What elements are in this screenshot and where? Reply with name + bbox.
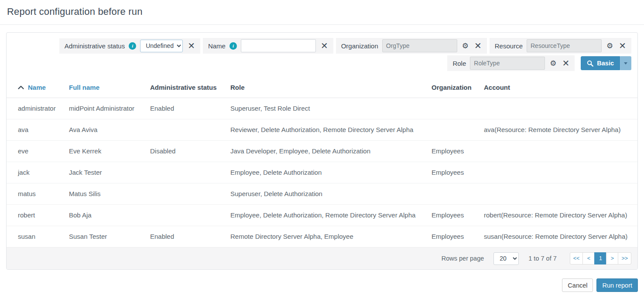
cell-admin_status: Disabled bbox=[150, 140, 230, 162]
cell-organization: Employees bbox=[432, 162, 484, 183]
admin-status-select[interactable]: Undefined bbox=[140, 40, 183, 52]
filter-bar: Administrative status i Undefined ✕ Name… bbox=[7, 33, 637, 77]
close-icon: ✕ bbox=[188, 41, 195, 50]
cell-admin_status bbox=[150, 119, 230, 140]
sort-asc-icon[interactable] bbox=[18, 85, 24, 89]
column-label-name[interactable]: Name bbox=[28, 84, 46, 91]
rows-per-page-select[interactable]: 20 bbox=[493, 252, 519, 265]
filter-organization-label: Organization bbox=[341, 42, 378, 50]
column-header-name[interactable]: Name bbox=[7, 77, 69, 98]
cell-role: Employee, Delete Authorization bbox=[230, 162, 432, 183]
filter-name-label: Name bbox=[208, 42, 226, 50]
caret-down-icon bbox=[624, 62, 627, 64]
filter-name: Name i ✕ bbox=[203, 38, 333, 54]
clear-name-button[interactable]: ✕ bbox=[320, 41, 329, 51]
info-icon[interactable]: i bbox=[230, 42, 237, 50]
cancel-button[interactable]: Cancel bbox=[562, 278, 593, 292]
filter-admin-status-label: Administrative status bbox=[65, 42, 125, 50]
info-icon[interactable]: i bbox=[129, 42, 136, 50]
report-config-panel: Administrative status i Undefined ✕ Name… bbox=[6, 32, 638, 270]
gear-icon: ⚙ bbox=[462, 42, 469, 50]
cell-role: Reviewer, Delete Authorization, Remote D… bbox=[230, 119, 432, 140]
table-header-row: NameFull nameAdministrative statusRoleOr… bbox=[7, 77, 637, 98]
prev-page-button[interactable]: < bbox=[582, 252, 595, 264]
table-row: susanSusan TesterEnabledRemote Directory… bbox=[7, 226, 637, 247]
table-row: administratormidPoint AdministratorEnabl… bbox=[7, 98, 637, 119]
search-mode-dropdown-button[interactable] bbox=[620, 56, 631, 70]
cell-organization: Employees bbox=[432, 204, 484, 226]
cell-admin_status bbox=[150, 204, 230, 226]
column-header-admin_status: Administrative status bbox=[150, 77, 230, 98]
clear-resource-button[interactable]: ✕ bbox=[618, 41, 627, 51]
results-table: NameFull nameAdministrative statusRoleOr… bbox=[7, 77, 637, 247]
cell-account: susan(Resource: Remote Directory Server … bbox=[484, 226, 637, 247]
cell-account bbox=[484, 98, 637, 119]
column-label-full_name[interactable]: Full name bbox=[69, 84, 99, 91]
next-page-button[interactable]: > bbox=[606, 252, 618, 264]
filter-resource-label: Resource bbox=[495, 42, 523, 50]
rows-per-page-label: Rows per page bbox=[442, 255, 484, 262]
table-body: administratormidPoint AdministratorEnabl… bbox=[7, 98, 637, 247]
cell-organization: Employees bbox=[432, 140, 484, 162]
clear-organization-button[interactable]: ✕ bbox=[473, 41, 483, 51]
cell-account bbox=[484, 140, 637, 162]
table-row: avaAva AvivaReviewer, Delete Authorizati… bbox=[7, 119, 637, 140]
run-report-button[interactable]: Run report bbox=[596, 278, 638, 292]
column-header-account: Account bbox=[484, 77, 637, 98]
cell-full_name: Matus Silis bbox=[69, 183, 150, 204]
cell-full_name: Bob Aja bbox=[69, 204, 150, 226]
table-row: eveEve KerrekDisabledJava Developer, Emp… bbox=[7, 140, 637, 162]
table-footer: Rows per page 20 1 to 7 of 7 <<<1>>> bbox=[7, 247, 637, 269]
cell-organization bbox=[432, 98, 484, 119]
cell-name: robert bbox=[7, 204, 69, 226]
cell-organization: Employees bbox=[432, 226, 484, 247]
clear-admin-status-button[interactable]: ✕ bbox=[187, 41, 196, 51]
cell-role: Remote Directory Server Alpha, Employee bbox=[230, 226, 432, 247]
organization-settings-button[interactable]: ⚙ bbox=[461, 41, 469, 51]
column-header-full_name[interactable]: Full name bbox=[69, 77, 150, 98]
column-label-account: Account bbox=[484, 84, 510, 91]
table-header: NameFull nameAdministrative statusRoleOr… bbox=[7, 77, 637, 98]
close-icon: ✕ bbox=[321, 41, 328, 50]
basic-search-label: Basic bbox=[597, 60, 614, 67]
role-filter-input[interactable] bbox=[470, 57, 545, 70]
last-page-button[interactable]: >> bbox=[618, 252, 631, 264]
page-1-button[interactable]: 1 bbox=[594, 252, 606, 264]
clear-role-button[interactable]: ✕ bbox=[562, 58, 571, 68]
cell-name: administrator bbox=[7, 98, 69, 119]
table-row: robertBob AjaEmployee, Delete Authorizat… bbox=[7, 204, 637, 226]
cell-admin_status bbox=[150, 183, 230, 204]
cell-account: robert(Resource: Remote Directory Server… bbox=[484, 204, 637, 226]
cell-name: matus bbox=[7, 183, 69, 204]
gear-icon: ⚙ bbox=[606, 42, 613, 50]
organization-filter-input[interactable] bbox=[382, 39, 457, 52]
table-row: jackJack TesterEmployee, Delete Authoriz… bbox=[7, 162, 637, 183]
filter-resource: Resource ⚙ ✕ bbox=[490, 38, 631, 54]
search-icon bbox=[587, 60, 593, 67]
cell-admin_status: Enabled bbox=[150, 226, 230, 247]
page-title: Report configuration before run bbox=[7, 6, 637, 17]
resource-filter-input[interactable] bbox=[527, 39, 602, 52]
cell-full_name: Ava Aviva bbox=[69, 119, 150, 140]
resource-settings-button[interactable]: ⚙ bbox=[606, 41, 614, 51]
cell-account bbox=[484, 183, 637, 204]
first-page-button[interactable]: << bbox=[570, 252, 583, 264]
cell-role: Employee, Delete Authorization, Remote D… bbox=[230, 204, 432, 226]
column-header-role: Role bbox=[230, 77, 432, 98]
table-row: matusMatus SilisSuperuser, Delete Author… bbox=[7, 183, 637, 204]
page-header: Report configuration before run bbox=[0, 0, 644, 25]
cell-full_name: midPoint Administrator bbox=[69, 98, 150, 119]
cell-role: Java Developer, Employee, Delete Authori… bbox=[230, 140, 432, 162]
filter-admin-status: Administrative status i Undefined ✕ bbox=[59, 38, 200, 54]
role-settings-button[interactable]: ⚙ bbox=[549, 59, 557, 68]
name-filter-input[interactable] bbox=[241, 39, 316, 52]
cell-name: ava bbox=[7, 119, 69, 140]
gear-icon: ⚙ bbox=[550, 60, 556, 67]
close-icon: ✕ bbox=[562, 59, 570, 68]
cell-admin_status: Enabled bbox=[150, 98, 230, 119]
column-label-admin_status: Administrative status bbox=[150, 84, 217, 91]
column-label-role: Role bbox=[230, 84, 245, 91]
cell-organization bbox=[432, 183, 484, 204]
basic-search-button[interactable]: Basic bbox=[581, 56, 620, 70]
filter-role: Role ⚙ ✕ bbox=[447, 55, 575, 71]
